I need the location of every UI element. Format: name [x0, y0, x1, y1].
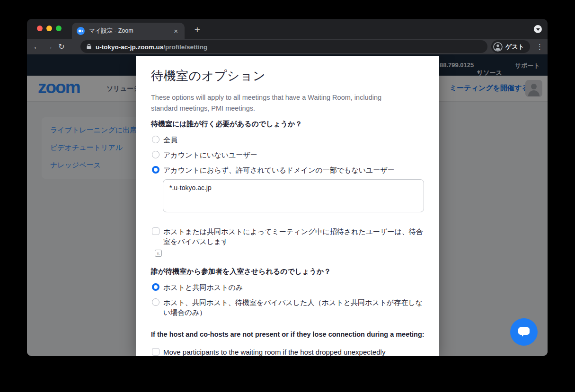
allowed-domains-input[interactable]: *.u-tokyo.ac.jp: [163, 179, 424, 212]
browser-tab[interactable]: マイ設定 - Zoom ×: [72, 23, 185, 39]
broken-image-icon: v.: [155, 250, 162, 257]
forward-button[interactable]: →: [43, 42, 55, 52]
back-button[interactable]: ←: [31, 42, 43, 52]
reload-button[interactable]: ↻: [55, 42, 68, 51]
radio-option-everyone[interactable]: 全員: [152, 135, 177, 145]
address-bar[interactable]: u-tokyo-ac-jp.zoom.us/profile/setting: [80, 40, 487, 53]
question-who-can-admit: 誰が待機室から参加者を入室させられるのでしょうか？: [151, 267, 331, 276]
radio-selected-icon[interactable]: [152, 283, 159, 291]
new-tab-button[interactable]: +: [191, 23, 204, 36]
browser-toolbar: ← → ↻ u-tokyo-ac-jp.zoom.us/profile/sett…: [27, 39, 548, 54]
radio-option-host-cohosts-only[interactable]: ホストと共同ホストのみ: [152, 282, 243, 292]
radio-option-users-not-in-allowed-domains[interactable]: アカウントにおらず、許可されているドメインの一部でもないユーザー: [152, 165, 395, 175]
radio-option-users-not-in-account[interactable]: アカウントにいないユーザー: [152, 150, 257, 160]
tab-title: マイ設定 - Zoom: [89, 27, 168, 35]
chat-bubble-icon: [518, 326, 530, 338]
dialog-description: These options will apply to all meetings…: [151, 92, 409, 113]
dialog-title: 待機室のオプション: [151, 68, 265, 84]
lock-icon: [86, 44, 92, 50]
tab-search-button[interactable]: [534, 25, 542, 33]
question-who-goes-to-waiting-room: 待機室には誰が行く必要があるのでしょうか？: [151, 120, 302, 129]
url-host: u-tokyo-ac-jp.zoom.us: [96, 44, 163, 51]
radio-icon[interactable]: [152, 136, 159, 143]
move-participants-checkbox-row[interactable]: Move participants to the waiting room if…: [152, 347, 385, 356]
checkbox-icon[interactable]: [152, 227, 159, 235]
radio-selected-icon[interactable]: [152, 166, 159, 174]
guest-profile-label: ゲスト: [505, 43, 524, 51]
checkbox-icon[interactable]: [152, 348, 159, 356]
browser-profile-button[interactable]: ゲスト: [491, 40, 530, 53]
question-host-not-present: If the host and co-hosts are not present…: [151, 331, 425, 338]
radio-icon[interactable]: [152, 298, 159, 306]
waiting-room-options-dialog: 待機室のオプション These options will apply to al…: [136, 56, 439, 356]
tab-strip: マイ設定 - Zoom × +: [27, 19, 548, 39]
traffic-lights: [37, 26, 62, 31]
zoom-window-button[interactable]: [56, 26, 62, 31]
browser-window: マイ設定 - Zoom × + ← → ↻ u-tokyo-ac-jp.zoom…: [27, 19, 548, 356]
guest-avatar-icon: [493, 42, 503, 52]
radio-icon[interactable]: [152, 151, 159, 158]
page-viewport: 88.799.0125 リソース ▾ サポート zoom ソリューション ミーテ…: [27, 54, 548, 356]
radio-option-host-cohosts-bypassers[interactable]: ホスト、共同ホスト、待機室をバイパスした人（ホストと共同ホストが存在しない場合の…: [152, 297, 428, 317]
bypass-waiting-room-checkbox-row[interactable]: ホストまたは共同ホストによってミーティング中に招待されたユーザーは、待合室をバイ…: [152, 226, 425, 246]
browser-menu-button[interactable]: ⋮: [536, 42, 543, 51]
support-chat-button[interactable]: [510, 318, 538, 346]
minimize-window-button[interactable]: [46, 26, 52, 31]
zoom-favicon-icon: [77, 27, 85, 35]
close-window-button[interactable]: [37, 26, 43, 31]
url-path: /profile/setting: [163, 44, 207, 51]
chevron-down-icon: [536, 28, 540, 31]
close-tab-icon[interactable]: ×: [172, 26, 180, 35]
